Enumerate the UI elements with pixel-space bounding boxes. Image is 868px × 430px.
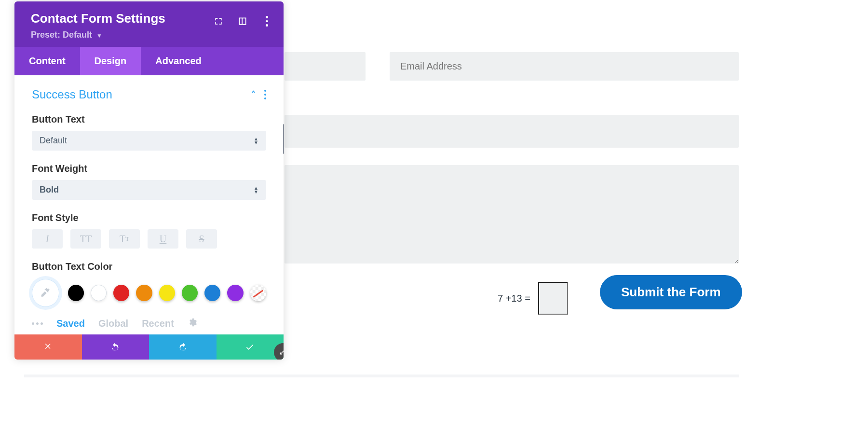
select-button-text[interactable]: Default ▲▼ (32, 131, 266, 151)
field-font-style: Font Style I TT TT U S (32, 212, 266, 249)
redo-button[interactable] (149, 334, 217, 360)
swatch-0[interactable] (68, 285, 84, 301)
swatch-4[interactable] (159, 285, 175, 301)
palette-tab-global[interactable]: Global (98, 318, 128, 329)
snap-left-icon[interactable] (237, 16, 248, 27)
panel-header[interactable]: Contact Form Settings Preset: Default ▼ (14, 1, 284, 47)
scrollbar[interactable] (283, 124, 284, 154)
save-button[interactable] (217, 334, 284, 360)
subject-input[interactable] (285, 115, 739, 148)
email-input[interactable] (390, 52, 739, 81)
swatch-5[interactable] (182, 285, 198, 301)
palette-tab-recent[interactable]: Recent (142, 318, 174, 329)
field-button-text-color: Button Text Color Saved Global Recen (32, 261, 266, 330)
swatch-7[interactable] (227, 285, 243, 301)
panel-tabs: Content Design Advanced (14, 47, 284, 75)
swatch-transparent[interactable] (250, 285, 266, 301)
label-font-style: Font Style (32, 212, 266, 223)
expand-icon[interactable] (213, 16, 224, 27)
palette-tabs: Saved Global Recent (32, 318, 266, 330)
captcha-text: 7 +13 = (498, 293, 530, 304)
field-button-text: Button Text Default ▲▼ (32, 114, 266, 151)
submit-button[interactable]: Submit the Form (600, 275, 742, 309)
palette-gear-icon[interactable] (188, 318, 197, 330)
kebab-menu-icon[interactable] (261, 16, 272, 27)
undo-button[interactable] (82, 334, 149, 360)
captcha-input[interactable] (538, 282, 568, 315)
style-strike[interactable]: S (186, 229, 217, 249)
style-uppercase[interactable]: TT (70, 229, 101, 249)
panel-footer (14, 334, 284, 360)
color-swatches (32, 279, 266, 307)
message-textarea[interactable] (285, 165, 739, 264)
swatch-1[interactable] (91, 285, 107, 301)
palette-tab-saved[interactable]: Saved (56, 318, 85, 329)
palette-drag-icon[interactable] (32, 322, 43, 325)
tab-advanced[interactable]: Advanced (141, 47, 216, 75)
sort-arrows-icon: ▲▼ (254, 186, 258, 194)
section-menu-icon[interactable] (264, 90, 266, 99)
settings-panel: Contact Form Settings Preset: Default ▼ … (14, 1, 284, 360)
label-button-text-color: Button Text Color (32, 261, 266, 272)
color-picker[interactable] (32, 279, 59, 307)
sort-arrows-icon: ▲▼ (254, 137, 258, 145)
swatch-2[interactable] (113, 285, 129, 301)
preset-selector[interactable]: Preset: Default ▼ (31, 30, 267, 40)
tab-content[interactable]: Content (14, 47, 80, 75)
swatch-6[interactable] (204, 285, 220, 301)
label-font-weight: Font Weight (32, 163, 266, 174)
style-italic[interactable]: I (32, 229, 63, 249)
style-underline[interactable]: U (148, 229, 178, 249)
name-input[interactable] (285, 52, 366, 81)
swatch-3[interactable] (136, 285, 152, 301)
divider (24, 375, 739, 377)
captcha-row: 7 +13 = (498, 282, 568, 315)
tab-design[interactable]: Design (80, 47, 141, 75)
label-button-text: Button Text (32, 114, 266, 125)
select-font-weight[interactable]: Bold ▲▼ (32, 180, 266, 200)
section-title: Success Button (32, 88, 112, 101)
panel-body: Success Button ˄ Button Text Default ▲▼ … (14, 75, 284, 330)
style-smallcaps[interactable]: TT (109, 229, 140, 249)
caret-down-icon: ▼ (96, 32, 102, 39)
cancel-button[interactable] (14, 334, 82, 360)
collapse-icon[interactable]: ˄ (251, 89, 256, 100)
field-font-weight: Font Weight Bold ▲▼ (32, 163, 266, 200)
